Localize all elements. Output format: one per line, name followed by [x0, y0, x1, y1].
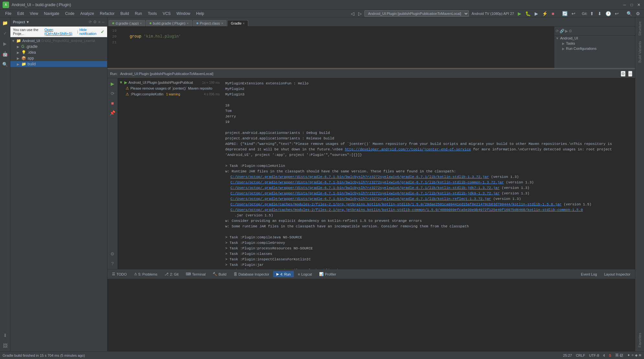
tab-problems[interactable]: ⚠ 5: Problems	[131, 271, 161, 277]
tab-build-gradle[interactable]: build.gradle (:Plugin) ×	[146, 20, 192, 26]
run-config-select[interactable]: Android_UI:Plugin [publishPluginPublicat…	[364, 10, 469, 17]
minimize-panel-icon[interactable]: ─	[102, 20, 105, 24]
tab-git[interactable]: ⎇ 2: Git	[161, 271, 182, 277]
tab-logcat[interactable]: ≡ Logcat	[294, 271, 315, 277]
menu-window[interactable]: Window	[174, 11, 193, 16]
tab-d-gradle[interactable]: d.gradle (:app) ×	[109, 20, 145, 26]
right-tab-build-variants[interactable]: Build Variants	[637, 38, 643, 65]
notif-hide-link[interactable]: Hide notification	[79, 28, 101, 36]
search-button[interactable]: 🔍	[625, 10, 633, 17]
run-help-icon[interactable]: ?	[108, 259, 117, 268]
kotlin-stdlib-jdk9-link[interactable]: C:/Users/octop/.gradle/wrapper/dists/gra…	[230, 191, 500, 195]
gradle-run-icon[interactable]: ▶	[565, 29, 568, 33]
sidebar-android-icon[interactable]: 🤖	[1, 50, 9, 58]
sync-button[interactable]: 🔄	[561, 10, 569, 17]
tree-app[interactable]: ▶ 📦 app	[10, 55, 107, 61]
gradle-run-configs[interactable]: ▶ Run Configurations	[554, 46, 635, 51]
tab-todo[interactable]: ☰ TODO	[109, 271, 130, 277]
menu-analyze[interactable]: Analyze	[78, 11, 97, 16]
settings-button[interactable]: ⚙	[635, 10, 641, 17]
run-run-icon[interactable]: ▶	[108, 80, 117, 88]
gradle-root[interactable]: ▼ Android_UI	[554, 36, 635, 41]
sidebar-search-icon[interactable]: 🔍	[1, 60, 9, 69]
run-button[interactable]: ▶	[516, 10, 523, 17]
kotlin-stdlib-jdk7-link[interactable]: C:/Users/octop/.gradle/wrapper/dists/gra…	[230, 186, 500, 190]
run-tree-item-jcenter[interactable]: ⚠ Please remove usages of `jcenter()` Ma…	[118, 85, 221, 91]
sidebar-project-icon[interactable]: 📁	[1, 19, 9, 27]
git-push-button[interactable]: ⬇	[596, 10, 603, 17]
sidebar-resource-manager-icon[interactable]: 🖼	[1, 342, 9, 350]
tree-build[interactable]: ▶ 📁 build	[10, 61, 107, 67]
sidebar-commit-icon[interactable]: ✓	[1, 29, 9, 38]
git-update-button[interactable]: ⬆	[589, 10, 595, 17]
right-tab-structure[interactable]: Structure	[637, 19, 643, 38]
gradle-tasks[interactable]: ▶ Tasks	[554, 41, 635, 46]
git-history-button[interactable]: 🕐	[604, 10, 612, 17]
tab-layout-inspector[interactable]: Layout Inspector	[601, 271, 634, 277]
kotlin-stdlib-link-1[interactable]: C:/Users/octop/.gradle/wrapper/dists/gra…	[230, 175, 489, 179]
menu-help[interactable]: Help	[194, 11, 207, 16]
run-tree-item-compile[interactable]: ⚠ :Plugin:compileKotlin 1 warning 4 s 89…	[118, 91, 221, 97]
sync-icon[interactable]: ⟳	[89, 20, 92, 24]
gradle-expand-icon[interactable]: ⟳	[556, 29, 559, 33]
tab-build[interactable]: 🔨 Build	[209, 271, 229, 277]
git-rollback-button[interactable]: ↩	[614, 10, 620, 17]
tab-d-gradle-close[interactable]: ×	[140, 22, 142, 25]
menu-vcs[interactable]: VCS	[160, 11, 173, 16]
menu-tools[interactable]: Tools	[145, 11, 160, 16]
run-output[interactable]: MyPluginExtensions extensionFun : Hello …	[221, 78, 635, 269]
sidebar-run-icon[interactable]: ▶	[1, 39, 9, 48]
tree-gradle[interactable]: ▶ G .gradle	[10, 44, 107, 49]
kotlin-stdlib-15-link[interactable]: C:/Users/octop/.gradle/caches/modules-2/…	[230, 202, 561, 206]
tab-event-log[interactable]: Event Log	[578, 271, 600, 277]
sidebar-pull-requests-icon[interactable]: ⬇	[1, 331, 9, 340]
tab-terminal[interactable]: ⌨ Terminal	[183, 271, 209, 277]
coverage-button[interactable]: ▶	[533, 10, 539, 17]
menu-code[interactable]: Code	[62, 11, 77, 16]
forward-button[interactable]: ▷	[357, 10, 363, 17]
undo-button[interactable]: ↩	[570, 10, 577, 17]
run-settings2-icon[interactable]: ⚙	[108, 250, 117, 258]
status-encoding[interactable]: UTF-8	[589, 354, 599, 357]
tab-gradle-close[interactable]: ×	[243, 22, 245, 25]
tab-run[interactable]: ▶ 4: Run	[273, 271, 294, 277]
menu-build[interactable]: Build	[118, 11, 132, 16]
run-minimize-icon[interactable]: ─	[628, 71, 632, 77]
tab-build-gradle-close[interactable]: ×	[187, 22, 189, 25]
tab-project-class[interactable]: Project.class ×	[193, 20, 227, 26]
tab-profiler[interactable]: 📊 Profiler	[316, 271, 339, 277]
tab-database-inspector[interactable]: 🗄 Database Inspector	[230, 271, 272, 277]
run-rerun-icon[interactable]: ⟳	[108, 89, 117, 98]
device-select[interactable]: Android TV (1080p) API 27	[470, 11, 515, 16]
gradle-link-icon[interactable]: 🔗	[560, 29, 564, 33]
menu-file[interactable]: File	[3, 11, 14, 16]
menu-navigate[interactable]: Navigate	[41, 11, 62, 16]
notif-open-link[interactable]: Open (Ctrl+Alt+Shift+S)	[45, 28, 76, 36]
menu-view[interactable]: View	[27, 11, 41, 16]
stop-button[interactable]: ■	[550, 10, 555, 17]
tree-idea[interactable]: ▶ 💡 .idea	[10, 49, 107, 55]
run-stop-icon[interactable]: ■	[108, 99, 117, 107]
status-line-sep[interactable]: CRLF	[576, 354, 585, 357]
run-tree-root[interactable]: ▼ ▶ Android_UI:Plugin [publishPluginPubl…	[118, 80, 221, 85]
close-button[interactable]: ✕	[636, 2, 641, 7]
jcenter-link[interactable]: http://developer.android.com/r/tools/jce…	[345, 147, 471, 151]
kotlin-stdlib-common-15-link[interactable]: C:/Users/octop/.gradle/caches/modules-2/…	[230, 208, 583, 212]
kotlin-stdlib-common-link[interactable]: C:/Users/octop/.gradle/wrapper/dists/gra…	[230, 180, 504, 184]
debug-button[interactable]: 🐛	[524, 10, 532, 17]
run-settings-icon[interactable]: ⚙	[621, 71, 626, 77]
menu-refactor[interactable]: Refactor	[97, 11, 117, 16]
gear-icon[interactable]: ≡	[98, 20, 100, 24]
tree-root[interactable]: ▼ 📁 Android_UI D:\002_Project\002_Androi…	[10, 38, 107, 44]
minimize-button[interactable]: ─	[622, 2, 627, 7]
tab-gradle[interactable]: Gradle ×	[227, 20, 248, 26]
menu-edit[interactable]: Edit	[15, 11, 27, 16]
back-button[interactable]: ◁	[350, 10, 356, 17]
right-tab-favorites[interactable]: Favorites	[637, 330, 643, 350]
profile-button[interactable]: ⚡	[541, 10, 549, 17]
status-indent[interactable]: 4	[603, 354, 605, 357]
menu-run[interactable]: Run	[132, 11, 145, 16]
maximize-button[interactable]: □	[629, 2, 634, 7]
gradle-settings-icon[interactable]: ⚙	[569, 29, 572, 33]
cog-icon[interactable]: ⚙	[93, 20, 97, 24]
